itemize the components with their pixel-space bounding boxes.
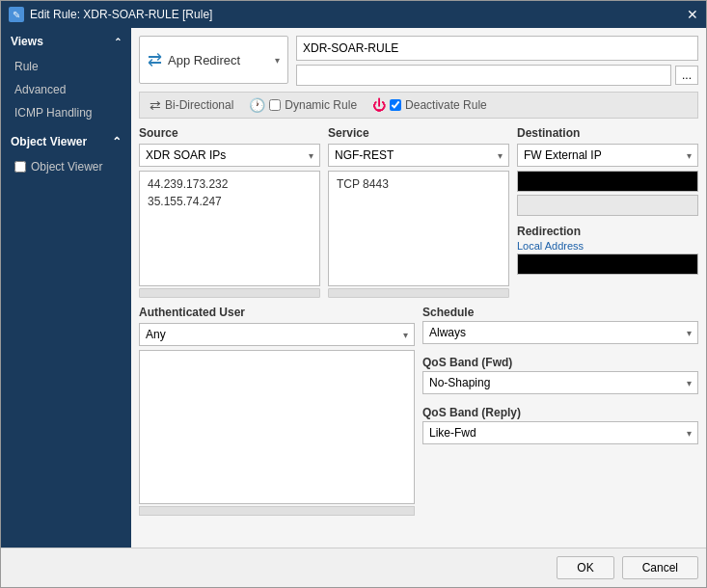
sidebar: Views ⌃ Rule Advanced ICMP Handling Obje…	[1, 28, 131, 548]
ellipsis-button[interactable]: ...	[675, 66, 698, 85]
dynamic-rule-label: Dynamic Rule	[285, 98, 357, 112]
destination-column: Destination FW External IP ▾ Redirection…	[517, 126, 698, 298]
local-address-label: Local Address	[517, 240, 698, 252]
list-item[interactable]: TCP 8443	[333, 175, 504, 193]
dynamic-rule-option[interactable]: 🕐 Dynamic Rule	[249, 97, 357, 113]
app-redirect-icon: ⇄	[148, 49, 162, 70]
source-header: Source	[139, 126, 320, 140]
top-bar: ⇄ App Redirect ▾ ...	[139, 36, 698, 86]
bottom-area: Authenticated User Any ▾ Schedule Always	[139, 306, 698, 516]
right-panel: ⇄ App Redirect ▾ ... ⇄ Bi-Directional	[131, 28, 706, 548]
columns-grid: Source XDR SOAR IPs ▾ 44.239.173.232 35.…	[139, 126, 698, 298]
rule-name-second-row: ...	[296, 65, 698, 86]
service-scrollbar[interactable]	[328, 288, 509, 298]
sidebar-item-icmp[interactable]: ICMP Handling	[1, 101, 131, 124]
schedule-group: Schedule Always ▾	[422, 306, 698, 348]
qos-fwd-dropdown[interactable]: No-Shaping ▾	[422, 371, 698, 394]
deactivate-rule-checkbox[interactable]	[390, 99, 401, 111]
object-viewer-header[interactable]: Object Viewer ⌃	[1, 128, 131, 155]
local-address-input	[517, 254, 698, 275]
cancel-button[interactable]: Cancel	[622, 556, 698, 579]
rule-name-area: ...	[296, 36, 698, 86]
schedule-chevron-icon: ▾	[687, 328, 692, 338]
options-bar: ⇄ Bi-Directional 🕐 Dynamic Rule ⏻ Deacti…	[139, 92, 698, 119]
service-list: TCP 8443	[328, 171, 509, 286]
auth-section: Authenticated User Any ▾	[139, 306, 415, 516]
close-button[interactable]: ✕	[687, 7, 698, 22]
qos-reply-label: QoS Band (Reply)	[422, 406, 698, 419]
auth-dropdown[interactable]: Any ▾	[139, 323, 415, 346]
object-viewer-chevron-icon: ⌃	[112, 135, 122, 148]
rule-name-secondary-input[interactable]	[296, 65, 671, 86]
sidebar-item-rule[interactable]: Rule	[1, 55, 131, 78]
redirection-section: Redirection Local Address	[517, 225, 698, 275]
dynamic-rule-checkbox[interactable]	[269, 99, 281, 111]
schedule-section: Schedule Always ▾ QoS Band (Fwd) No-Shap…	[422, 306, 698, 516]
list-item[interactable]: 35.155.74.247	[144, 193, 315, 210]
destination-chevron-icon: ▾	[687, 150, 692, 161]
auth-scrollbar[interactable]	[139, 506, 415, 516]
app-redirect-label: App Redirect	[168, 53, 240, 67]
qos-fwd-label: QoS Band (Fwd)	[422, 356, 698, 369]
destination-dropdown[interactable]: FW External IP ▾	[517, 144, 698, 167]
ok-button[interactable]: OK	[557, 556, 613, 579]
redirection-header: Redirection	[517, 225, 698, 238]
deactivate-rule-option[interactable]: ⏻ Deactivate Rule	[372, 97, 487, 113]
service-dropdown[interactable]: NGF-REST ▾	[328, 144, 509, 167]
sidebar-item-object-viewer[interactable]: Object Viewer	[1, 155, 131, 178]
app-redirect-chevron-icon: ▾	[275, 55, 280, 66]
service-column: Service NGF-REST ▾ TCP 8443	[328, 126, 509, 298]
bi-directional-option[interactable]: ⇄ Bi-Directional	[150, 97, 233, 113]
source-scrollbar[interactable]	[139, 288, 320, 298]
source-column: Source XDR SOAR IPs ▾ 44.239.173.232 35.…	[139, 126, 320, 298]
source-chevron-icon: ▾	[309, 150, 313, 161]
schedule-dropdown[interactable]: Always ▾	[422, 321, 698, 344]
deactivate-rule-label: Deactivate Rule	[405, 98, 487, 112]
deactivate-icon: ⏻	[372, 97, 386, 113]
qos-reply-chevron-icon: ▾	[687, 428, 692, 439]
service-header: Service	[328, 126, 509, 140]
service-chevron-icon: ▾	[498, 150, 503, 161]
qos-reply-group: QoS Band (Reply) Like-Fwd ▾	[422, 406, 698, 448]
app-icon: ✎	[9, 7, 24, 22]
object-viewer-checkbox[interactable]	[14, 161, 26, 173]
destination-header: Destination	[517, 126, 698, 140]
auth-header: Authenticated User	[139, 306, 415, 319]
source-list: 44.239.173.232 35.155.74.247	[139, 171, 320, 286]
destination-input-2	[517, 195, 698, 216]
auth-list	[139, 350, 415, 504]
rule-name-input[interactable]	[296, 36, 698, 61]
qos-fwd-chevron-icon: ▾	[687, 378, 692, 388]
title-bar: ✎ Edit Rule: XDR-SOAR-RULE [Rule] ✕	[1, 1, 706, 28]
dynamic-rule-clock-icon: 🕐	[249, 97, 265, 113]
window-title: Edit Rule: XDR-SOAR-RULE [Rule]	[30, 8, 212, 21]
auth-chevron-icon: ▾	[403, 330, 408, 340]
sidebar-item-advanced[interactable]: Advanced	[1, 78, 131, 101]
bi-directional-label: Bi-Directional	[165, 98, 233, 112]
list-item[interactable]: 44.239.173.232	[144, 175, 315, 193]
destination-input-1	[517, 171, 698, 192]
views-chevron-icon: ⌃	[114, 37, 122, 47]
qos-reply-dropdown[interactable]: Like-Fwd ▾	[422, 421, 698, 444]
qos-fwd-group: QoS Band (Fwd) No-Shaping ▾	[422, 356, 698, 398]
views-header[interactable]: Views ⌃	[1, 28, 131, 55]
schedule-label: Schedule	[422, 306, 698, 319]
window: ✎ Edit Rule: XDR-SOAR-RULE [Rule] ✕ View…	[0, 0, 707, 588]
source-dropdown[interactable]: XDR SOAR IPs ▾	[139, 144, 320, 167]
bottom-buttons: OK Cancel	[1, 548, 706, 587]
app-redirect-dropdown[interactable]: ⇄ App Redirect ▾	[139, 36, 288, 84]
bi-directional-icon: ⇄	[150, 97, 161, 113]
